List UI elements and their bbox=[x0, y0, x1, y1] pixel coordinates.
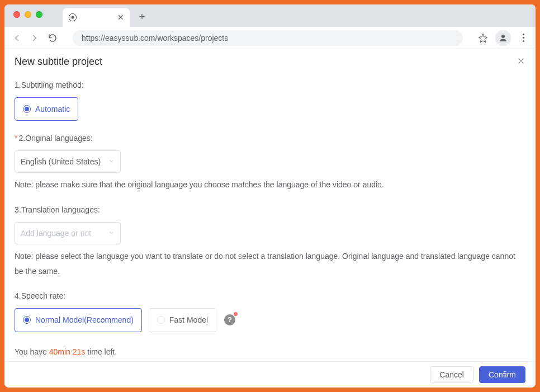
subtitling-label: 1.Subtitling method: bbox=[15, 78, 525, 93]
original-label: 2.Original languages: bbox=[18, 134, 92, 143]
help-button[interactable]: ? bbox=[224, 314, 235, 325]
radio-unselected-icon bbox=[157, 316, 165, 324]
svg-point-2 bbox=[501, 35, 505, 38]
original-note: Note: please make sure that the original… bbox=[15, 177, 525, 192]
kebab-icon bbox=[523, 34, 524, 42]
original-label-row: *2.Original languages: bbox=[15, 131, 525, 146]
profile-button[interactable] bbox=[495, 30, 511, 46]
original-language-value: English (United States) bbox=[21, 154, 101, 169]
required-marker: * bbox=[15, 134, 17, 143]
reload-icon bbox=[48, 33, 58, 43]
modal-header: New subtitle project bbox=[4, 49, 536, 68]
close-window-button[interactable] bbox=[13, 11, 20, 18]
close-modal-button[interactable] bbox=[517, 56, 525, 68]
browser-toolbar: https://easyssub.com/workspaces/projects bbox=[4, 27, 536, 49]
translation-note: Note: please select the language you wan… bbox=[15, 249, 525, 278]
menu-button[interactable] bbox=[518, 32, 529, 44]
speech-normal-label: Normal Model(Recommend) bbox=[35, 313, 134, 328]
close-icon bbox=[517, 56, 525, 65]
method-automatic-label: Automatic bbox=[35, 102, 70, 117]
radio-selected-icon bbox=[23, 105, 31, 113]
browser-tab[interactable]: ✕ bbox=[63, 8, 130, 27]
svg-point-1 bbox=[71, 16, 74, 18]
close-tab-icon[interactable]: ✕ bbox=[117, 13, 124, 22]
section-speech-rate: 4.Speech rate: Normal Model(Recommend) F… bbox=[15, 289, 525, 332]
translation-language-select[interactable]: Add language or not bbox=[15, 222, 121, 245]
cancel-button[interactable]: Cancel bbox=[430, 366, 473, 383]
star-icon bbox=[478, 33, 488, 43]
minimize-window-button[interactable] bbox=[25, 11, 31, 18]
modal-footer: Cancel Confirm bbox=[4, 361, 536, 388]
page-title: New subtitle project bbox=[15, 56, 102, 68]
speech-fast-label: Fast Model bbox=[169, 313, 208, 328]
forward-button[interactable] bbox=[29, 32, 40, 44]
url-text: https://easyssub.com/workspaces/projects bbox=[82, 34, 228, 42]
translation-placeholder: Add language or not bbox=[21, 226, 91, 241]
radio-selected-icon bbox=[23, 316, 31, 324]
notification-dot-icon bbox=[234, 312, 238, 316]
form-body: 1.Subtitling method: Automatic *2.Origin… bbox=[4, 68, 536, 361]
speech-fast-option[interactable]: Fast Model bbox=[149, 308, 216, 332]
confirm-button[interactable]: Confirm bbox=[479, 366, 525, 383]
page-content: New subtitle project 1.Subtitling method… bbox=[4, 49, 536, 388]
back-button[interactable] bbox=[11, 32, 22, 44]
time-left-value: 40min 21s bbox=[49, 347, 86, 356]
new-tab-button[interactable]: + bbox=[134, 9, 150, 25]
chevron-down-icon bbox=[108, 154, 115, 169]
section-translation-languages: 3.Translation languages: Add language or… bbox=[15, 202, 525, 278]
time-left-line: You have 40min 21s time left. bbox=[15, 344, 525, 360]
help-icon: ? bbox=[224, 314, 235, 325]
bookmark-button[interactable] bbox=[477, 32, 489, 44]
url-bar[interactable]: https://easyssub.com/workspaces/projects bbox=[73, 30, 463, 46]
method-automatic-option[interactable]: Automatic bbox=[15, 97, 78, 121]
usage-info: You have 40min 21s time left. You need t… bbox=[15, 344, 525, 361]
speech-normal-option[interactable]: Normal Model(Recommend) bbox=[15, 308, 142, 332]
section-original-languages: *2.Original languages: English (United S… bbox=[15, 131, 525, 192]
maximize-window-button[interactable] bbox=[36, 11, 42, 18]
section-subtitling-method: 1.Subtitling method: Automatic bbox=[15, 78, 525, 121]
forward-icon bbox=[30, 33, 40, 43]
translation-label: 3.Translation languages: bbox=[15, 202, 525, 218]
reload-button[interactable] bbox=[47, 32, 58, 44]
person-icon bbox=[498, 33, 508, 43]
original-language-select[interactable]: English (United States) bbox=[15, 150, 121, 173]
browser-window: ✕ + https://easyssub.com/workspaces/proj… bbox=[4, 4, 536, 388]
back-icon bbox=[12, 33, 22, 43]
speech-label: 4.Speech rate: bbox=[15, 289, 525, 304]
chrome-icon bbox=[68, 13, 77, 22]
tab-strip: ✕ + bbox=[4, 4, 536, 27]
chevron-down-icon bbox=[108, 226, 115, 241]
window-controls bbox=[13, 11, 42, 18]
